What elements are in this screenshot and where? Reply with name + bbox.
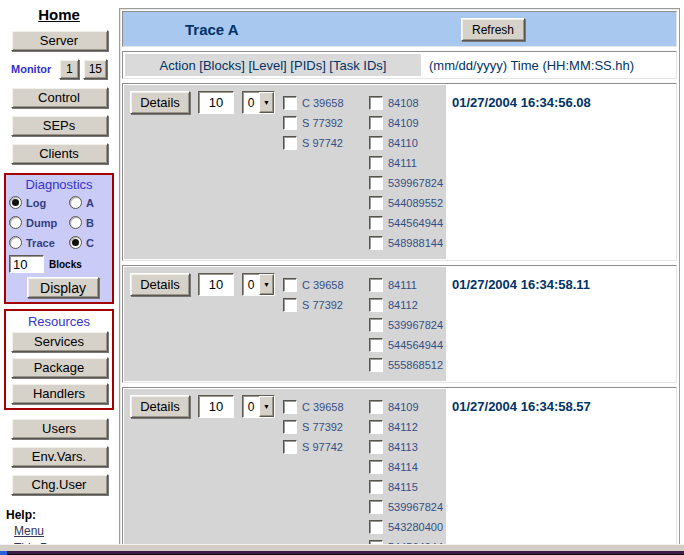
- level-select[interactable]: 0: [242, 91, 275, 114]
- chevron-down-icon[interactable]: [259, 396, 274, 417]
- task-checkbox[interactable]: [283, 278, 297, 292]
- blocks-count-input[interactable]: 10: [198, 273, 234, 296]
- pid-row: 84114: [369, 457, 443, 477]
- radio-b[interactable]: B: [69, 216, 109, 229]
- pid-checkbox[interactable]: [369, 136, 383, 150]
- pid-checkbox[interactable]: [369, 156, 383, 170]
- pid-checkbox[interactable]: [369, 96, 383, 110]
- task-label: S 97742: [302, 137, 343, 149]
- radio-trace[interactable]: Trace: [9, 236, 69, 249]
- task-id-list: C 39658S 77392: [283, 273, 369, 315]
- pid-checkbox[interactable]: [369, 338, 383, 352]
- radio-log[interactable]: Log: [9, 196, 69, 209]
- services-button[interactable]: Services: [11, 331, 108, 352]
- pid-checkbox[interactable]: [369, 358, 383, 372]
- refresh-button[interactable]: Refresh: [461, 18, 525, 41]
- columns-header-row: Action [Blocks] [Level] [PIDs] [Task IDs…: [122, 51, 677, 79]
- task-checkbox[interactable]: [283, 440, 297, 454]
- task-id-list: C 39658S 77392S 97742: [283, 91, 369, 153]
- level-select[interactable]: 0: [242, 395, 275, 418]
- pid-checkbox[interactable]: [369, 420, 383, 434]
- help-title: Help:: [6, 508, 36, 522]
- pid-checkbox[interactable]: [369, 278, 383, 292]
- blocks-input[interactable]: 10: [9, 255, 44, 273]
- task-label: S 77392: [302, 299, 343, 311]
- radio-dump[interactable]: Dump: [9, 216, 69, 229]
- pid-checkbox[interactable]: [369, 520, 383, 534]
- pid-checkbox[interactable]: [369, 440, 383, 454]
- task-checkbox[interactable]: [283, 420, 297, 434]
- trace-entry: Details 10 0 C 39658S 77392 841118411253…: [122, 265, 677, 383]
- entry-control-group: Details 10 0: [130, 273, 275, 296]
- details-button[interactable]: Details: [130, 273, 190, 296]
- entry-time-area: 01/27/2004 16:34:58.11: [446, 267, 675, 381]
- chevron-down-icon[interactable]: [259, 274, 274, 295]
- handlers-button[interactable]: Handlers: [11, 383, 108, 404]
- radio-a[interactable]: A: [69, 196, 109, 209]
- radio-log-icon[interactable]: [9, 196, 22, 209]
- pid-checkbox[interactable]: [369, 460, 383, 474]
- pid-checkbox[interactable]: [369, 176, 383, 190]
- pid-row: 84111: [369, 275, 443, 295]
- pid-checkbox[interactable]: [369, 236, 383, 250]
- radio-c-label: C: [86, 237, 94, 249]
- pid-checkbox[interactable]: [369, 400, 383, 414]
- radio-c-icon[interactable]: [69, 236, 82, 249]
- pid-checkbox[interactable]: [369, 480, 383, 494]
- chguser-button[interactable]: Chg.User: [11, 474, 108, 495]
- clients-button[interactable]: Clients: [11, 143, 108, 164]
- details-button[interactable]: Details: [130, 91, 190, 114]
- pid-checkbox[interactable]: [369, 500, 383, 514]
- trace-entry-controls: Details 10 0 C 39658S 77392S 97742 84109…: [124, 389, 446, 555]
- radio-trace-icon[interactable]: [9, 236, 22, 249]
- timestamp: 01/27/2004 16:34:56.08: [452, 95, 591, 110]
- pid-label: 84115: [388, 481, 418, 493]
- pid-checkbox[interactable]: [369, 298, 383, 312]
- envvars-button[interactable]: Env.Vars.: [11, 446, 108, 467]
- pid-checkbox[interactable]: [369, 116, 383, 130]
- pid-checkbox[interactable]: [369, 318, 383, 332]
- task-checkbox[interactable]: [283, 400, 297, 414]
- timestamp: 01/27/2004 16:34:58.11: [452, 277, 590, 292]
- control-button[interactable]: Control: [11, 87, 108, 108]
- home-link[interactable]: Home: [38, 6, 80, 23]
- blocks-count-input[interactable]: 10: [198, 395, 234, 418]
- blocks-count-input[interactable]: 10: [198, 91, 234, 114]
- chevron-down-icon[interactable]: [259, 92, 274, 113]
- entry-control-group: Details 10 0: [130, 395, 275, 418]
- radio-c[interactable]: C: [69, 236, 109, 249]
- details-button[interactable]: Details: [130, 395, 190, 418]
- server-button[interactable]: Server: [11, 30, 108, 51]
- page-title: Trace A: [185, 21, 239, 38]
- diagnostics-radio-group: Log A Dump B Trace C: [9, 196, 109, 249]
- task-checkbox[interactable]: [283, 298, 297, 312]
- monitor-button-15[interactable]: 15: [83, 59, 107, 79]
- pid-row: 548988144: [369, 233, 443, 253]
- seps-button[interactable]: SEPs: [11, 115, 108, 136]
- pid-label: 544089552: [388, 197, 443, 209]
- monitor-button-1[interactable]: 1: [59, 59, 79, 79]
- pid-checkbox[interactable]: [369, 196, 383, 210]
- level-select-value: 0: [243, 396, 259, 417]
- task-label: S 77392: [302, 117, 343, 129]
- pid-row: 84109: [369, 113, 443, 133]
- radio-trace-label: Trace: [26, 237, 55, 249]
- timestamp: 01/27/2004 16:34:58.57: [452, 399, 591, 414]
- level-select[interactable]: 0: [242, 273, 275, 296]
- task-checkbox[interactable]: [283, 136, 297, 150]
- help-link-menu[interactable]: Menu: [14, 524, 44, 538]
- diagnostics-title: Diagnostics: [25, 177, 92, 192]
- radio-b-icon[interactable]: [69, 216, 82, 229]
- monitor-row: Monitor 1 15: [5, 59, 113, 79]
- task-checkbox[interactable]: [283, 96, 297, 110]
- radio-a-icon[interactable]: [69, 196, 82, 209]
- pid-row: 555868512: [369, 355, 443, 375]
- radio-dump-icon[interactable]: [9, 216, 22, 229]
- pid-checkbox[interactable]: [369, 216, 383, 230]
- display-button[interactable]: Display: [27, 277, 99, 298]
- package-button[interactable]: Package: [11, 357, 108, 378]
- users-button[interactable]: Users: [11, 418, 108, 439]
- resources-panel: Resources Services Package Handlers: [4, 309, 114, 410]
- task-checkbox[interactable]: [283, 116, 297, 130]
- trace-main-panel: Trace A Refresh Action [Blocks] [Level] …: [119, 8, 680, 555]
